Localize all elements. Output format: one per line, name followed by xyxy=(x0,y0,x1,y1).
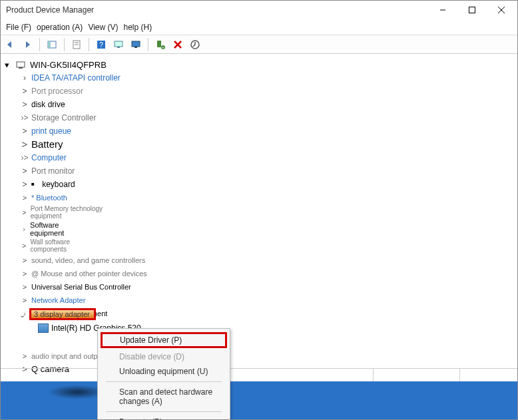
node-display-adapter-highlight[interactable]: 3 display adapter xyxy=(29,308,96,320)
label: print queue xyxy=(31,125,71,137)
node-print-queue[interactable]: >print queue xyxy=(5,124,513,138)
svg-rect-21 xyxy=(17,62,25,67)
svg-rect-1 xyxy=(469,7,475,13)
node-computer[interactable]: ›>Computer xyxy=(5,151,513,164)
node-audio[interactable]: >audio input and output xyxy=(5,349,513,363)
node-idea[interactable]: ›IDEA TA/ATAPI controller xyxy=(5,71,513,85)
separator-icon xyxy=(64,38,65,51)
label: Wall software components xyxy=(30,238,98,253)
node-wallsoft[interactable]: >Wall software components xyxy=(5,238,98,254)
label: Update Driver (P) xyxy=(120,335,182,345)
node-usb[interactable]: >Universal Serial Bus Controller xyxy=(5,280,513,294)
label: Network Adapter xyxy=(31,294,85,306)
label: Software equipment xyxy=(30,221,85,237)
add-device-button[interactable]: + xyxy=(154,38,167,51)
node-sound[interactable]: >sound, video, and game controllers xyxy=(5,254,513,267)
label: audio input and output xyxy=(31,350,104,362)
properties-button[interactable] xyxy=(70,38,83,51)
context-menu: Update Driver (P) Disable device (D) Unl… xyxy=(97,328,230,420)
svg-rect-15 xyxy=(157,41,161,47)
label: Property (R) xyxy=(119,417,162,420)
label: keyboard xyxy=(42,178,75,190)
node-keyboard[interactable]: >■ keyboard xyxy=(5,178,513,191)
chevron-down-display[interactable]: ⌄ xyxy=(19,311,25,319)
svg-rect-5 xyxy=(48,41,51,48)
node-port-processor[interactable]: >Port processor xyxy=(5,85,513,98)
forward-button[interactable] xyxy=(21,38,34,51)
separator-icon xyxy=(89,38,89,51)
label: * Bluetooth xyxy=(31,192,67,204)
separator-icon xyxy=(148,38,148,51)
label: IDEA TA/ATAPI controller xyxy=(31,72,121,84)
label: Port processor xyxy=(31,85,83,97)
label: Unloading equipment (U) xyxy=(119,367,208,376)
close-button[interactable] xyxy=(487,1,516,19)
svg-rect-11 xyxy=(115,41,123,47)
root-node[interactable]: ▾ WIN-GK5II4QFPRB xyxy=(5,59,513,71)
menu-operation[interactable]: operation (A) xyxy=(35,21,84,33)
label: Storage Controller xyxy=(31,112,96,124)
node-port-monitor[interactable]: >Port monitor xyxy=(5,164,513,178)
maximize-button[interactable] xyxy=(457,1,487,19)
separator-icon xyxy=(106,381,222,382)
svg-rect-14 xyxy=(134,47,137,48)
node-softeq[interactable]: ›Software equipment xyxy=(5,220,85,238)
svg-rect-13 xyxy=(132,41,140,47)
label: Battery xyxy=(31,138,63,150)
help-button[interactable]: ? xyxy=(95,38,108,51)
label: 3 display adapter xyxy=(34,310,90,318)
statusbar xyxy=(1,368,517,381)
node-storage[interactable]: ›>Storage Controller xyxy=(5,111,513,124)
menubar: File (F) operation (A) View (V) help (H) xyxy=(1,19,517,35)
root-label: WIN-GK5II4QFPRB xyxy=(30,59,107,71)
svg-rect-12 xyxy=(117,47,120,48)
gpu-icon xyxy=(38,323,49,333)
node-bluetooth[interactable]: >* Bluetooth xyxy=(5,191,513,204)
chevron-down-icon[interactable]: ▾ xyxy=(5,59,11,71)
ctx-unload[interactable]: Unloading equipment (U) xyxy=(98,364,230,379)
label: disk drive xyxy=(31,99,65,110)
label: Port Memory technology equipment xyxy=(31,205,125,220)
computer-icon xyxy=(15,60,26,71)
node-disk-drive[interactable]: >disk drive xyxy=(5,98,513,111)
menu-view[interactable]: View (V) xyxy=(87,21,119,33)
back-button[interactable] xyxy=(3,38,17,51)
svg-text:?: ? xyxy=(99,41,103,49)
ctx-disable-device[interactable]: Disable device (D) xyxy=(98,349,230,364)
label: @ Mouse and other pointer devices xyxy=(31,268,147,280)
menu-file[interactable]: File (F) xyxy=(5,21,33,33)
label: Universal Serial Bus Controller xyxy=(31,281,131,293)
toolbar: ? + xyxy=(1,35,517,54)
node-network[interactable]: >Network Adapter xyxy=(5,294,513,307)
separator-icon xyxy=(106,411,222,412)
window-title: Product Device Manager xyxy=(2,5,428,15)
node-memtech[interactable]: >Port Memory technology equipment xyxy=(5,204,125,220)
titlebar: Product Device Manager xyxy=(1,1,517,19)
ctx-scan[interactable]: Scan and detect hardware changes (A) xyxy=(98,385,230,409)
show-hide-button[interactable] xyxy=(45,38,59,51)
svg-text:+: + xyxy=(162,45,164,49)
minimize-button[interactable] xyxy=(428,1,457,19)
node-mouse[interactable]: >@ Mouse and other pointer devices xyxy=(5,267,513,280)
label: Disable device (D) xyxy=(119,352,184,361)
scan-button[interactable] xyxy=(112,38,125,51)
menu-help[interactable]: help (H) xyxy=(123,21,154,33)
ctx-update-driver[interactable]: Update Driver (P) xyxy=(101,332,227,348)
remove-device-button[interactable] xyxy=(171,38,184,51)
ctx-property[interactable]: Property (R) xyxy=(98,415,230,420)
monitor-button[interactable] xyxy=(129,38,142,51)
label: Port monitor xyxy=(31,165,75,177)
label: sound, video, and game controllers xyxy=(31,254,145,266)
node-battery[interactable]: >Battery xyxy=(5,138,513,151)
svg-rect-22 xyxy=(19,67,23,69)
separator-icon xyxy=(39,38,40,51)
label: Computer xyxy=(31,152,67,164)
update-button[interactable] xyxy=(188,38,202,51)
label: Scan and detect hardware changes (A) xyxy=(119,387,212,406)
